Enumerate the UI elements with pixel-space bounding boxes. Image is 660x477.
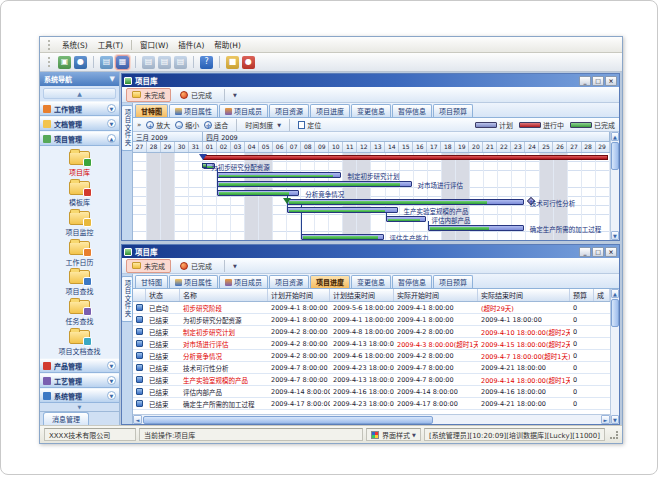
sidebar-item-6[interactable]: 项目文档查找: [40, 328, 119, 358]
gantt-bar[interactable]: [428, 225, 524, 231]
minimize-button[interactable]: _: [579, 76, 591, 86]
tab-1[interactable]: 项目属性: [169, 275, 218, 288]
gantt-bar[interactable]: [287, 199, 524, 205]
fit-button[interactable]: ✛适合: [204, 120, 228, 130]
sidebar-section-bottom-0[interactable]: 产品管理▼: [40, 358, 119, 373]
sidebar-collapse-button[interactable]: ▲: [43, 88, 116, 99]
column-header-3[interactable]: 计划开始时间: [268, 289, 330, 301]
column-header-0[interactable]: [133, 289, 146, 301]
sidebar-section-top-1[interactable]: 文档管理▼: [40, 116, 119, 131]
tab-message-management[interactable]: 消息管理: [43, 412, 89, 425]
close-button[interactable]: ×: [605, 247, 617, 257]
tab-4[interactable]: 项目进度: [310, 104, 350, 117]
zoom-out-button[interactable]: −缩小: [175, 120, 199, 130]
scroll-down-icon[interactable]: ▼: [611, 415, 619, 424]
sidebar-item-3[interactable]: 工作日历: [40, 239, 119, 269]
menu-item-0[interactable]: 系统(S): [57, 38, 93, 51]
tab-6[interactable]: 暂停信息: [392, 104, 432, 117]
menu-item-3[interactable]: 插件(A): [173, 38, 209, 51]
gantt-chart[interactable]: 三月 2009四月 200927282930310102030405060708…: [133, 132, 610, 240]
minimize-button[interactable]: _: [579, 247, 591, 257]
maximize-button[interactable]: □: [592, 76, 604, 86]
window-titlebar[interactable]: 项目库_□×: [122, 74, 619, 87]
report-new-icon[interactable]: ▤: [142, 56, 155, 69]
chevron-icon[interactable]: ▲: [107, 134, 116, 143]
menu-item-4[interactable]: 帮助(H): [209, 38, 246, 51]
tab-5[interactable]: 变更信息: [351, 275, 391, 288]
folder-side-tab[interactable]: 项目文件夹: [121, 276, 133, 322]
chevron-icon[interactable]: ▼: [107, 361, 116, 370]
tab-6[interactable]: 暂停信息: [392, 275, 432, 288]
save-icon[interactable]: ▦: [116, 56, 129, 69]
chevron-icon[interactable]: ▼: [107, 119, 116, 128]
report-delete-icon[interactable]: ▤: [174, 56, 187, 69]
folder-side-tab[interactable]: 项目文件夹: [121, 105, 133, 151]
globe-icon[interactable]: ●: [74, 56, 87, 69]
sidebar-section-top-0[interactable]: 工作管理▼: [40, 101, 119, 116]
column-header-2[interactable]: 名称: [180, 289, 268, 301]
sidebar-item-5[interactable]: 任务查找: [40, 298, 119, 328]
sidebar-item-4[interactable]: 项目查找: [40, 268, 119, 298]
statusbar-style-button[interactable]: 界面样式 ▼: [366, 428, 421, 441]
menu-item-2[interactable]: 窗口(W): [135, 38, 173, 51]
gantt-bar[interactable]: [287, 207, 397, 213]
new-window-icon[interactable]: ▣: [58, 56, 71, 69]
column-header-4[interactable]: 计划结束时间: [330, 289, 394, 301]
table-row[interactable]: 已结束分析竞争情况2009-4-2 8:00:002009-4-6 18:00:…: [133, 350, 610, 362]
gantt-bar[interactable]: [386, 216, 426, 222]
gantt-bar[interactable]: [217, 190, 299, 196]
locate-button[interactable]: 定位: [298, 120, 321, 130]
report-edit-icon[interactable]: ▤: [158, 56, 171, 69]
chevron-icon[interactable]: ▼: [107, 376, 116, 385]
sidebar-more-button[interactable]: ▼: [40, 403, 119, 411]
table-row[interactable]: 已结束制定初步研究计划2009-4-2 8:00:002009-4-8 18:0…: [133, 326, 610, 338]
column-header-5[interactable]: 实际开始时间: [394, 289, 478, 301]
table-row[interactable]: 已结束评估内部产品2009-4-14 8:00:002009-4-16 18:0…: [133, 386, 610, 398]
resize-grip-icon[interactable]: [610, 431, 618, 439]
scroll-thumb[interactable]: [611, 142, 619, 170]
gantt-bar[interactable]: [217, 172, 341, 178]
open-folder-icon[interactable]: ▤: [100, 56, 113, 69]
exit-icon[interactable]: ●: [242, 56, 255, 69]
tab-0[interactable]: 甘特图: [135, 275, 168, 288]
tab-1[interactable]: 项目属性: [169, 104, 218, 117]
scroll-thumb[interactable]: [143, 416, 433, 424]
table-row[interactable]: 已结束确定生产所需的加工过程2009-4-17 8:00:002009-4-23…: [133, 398, 610, 410]
sidebar-item-1[interactable]: 模板库: [40, 179, 119, 209]
time-scale-button[interactable]: 时间刻度▼: [245, 120, 281, 130]
scroll-left-icon[interactable]: ◄: [133, 415, 142, 424]
gantt-bar[interactable]: [217, 181, 411, 187]
tab-5[interactable]: 变更信息: [351, 104, 391, 117]
tab-7[interactable]: 项目预算: [433, 104, 473, 117]
vertical-scrollbar[interactable]: ▲▼: [610, 289, 619, 424]
filter-finished-button[interactable]: 已完成: [174, 259, 218, 273]
close-button[interactable]: ×: [605, 76, 617, 86]
table-row[interactable]: 已结束对市场进行评估2009-4-2 8:00:002009-4-13 18:0…: [133, 338, 610, 350]
filter-unfinished-button[interactable]: 未完成: [126, 259, 171, 273]
maximize-button[interactable]: □: [592, 247, 604, 257]
pin-icon[interactable]: ▼: [110, 75, 115, 83]
sidebar-section-bottom-1[interactable]: 工艺管理▼: [40, 373, 119, 388]
table-row[interactable]: 已启动初步研究阶段2009-4-1 8:00:002009-5-6 18:00:…: [133, 302, 610, 314]
lock-icon[interactable]: ■: [226, 56, 239, 69]
tab-7[interactable]: 项目预算: [433, 275, 473, 288]
menu-item-1[interactable]: 工具(T): [93, 38, 128, 51]
table-row[interactable]: 已结束生产实验室规模的产品2009-4-7 8:00:002009-4-13 1…: [133, 374, 610, 386]
help-icon[interactable]: ?: [200, 56, 213, 69]
sidebar-section-top-2[interactable]: 项目管理▲: [40, 131, 119, 146]
zoom-in-button[interactable]: +放大: [146, 120, 170, 130]
vertical-scrollbar[interactable]: ▲▼: [610, 132, 619, 240]
scroll-track[interactable]: [611, 328, 619, 415]
scroll-down-icon[interactable]: ▼: [611, 231, 619, 240]
tab-2[interactable]: 项目成员: [219, 104, 268, 117]
column-header-7[interactable]: 预算: [570, 289, 594, 301]
sidebar-item-0[interactable]: 项目库: [40, 149, 119, 179]
column-header-8[interactable]: 成: [594, 289, 610, 301]
sidebar-item-2[interactable]: 项目监控: [40, 209, 119, 239]
column-header-1[interactable]: 状态: [146, 289, 180, 301]
dropdown-icon[interactable]: ▼: [233, 263, 237, 269]
table-row[interactable]: 已结束技术可行性分析2009-4-7 8:00:002009-4-23 18:0…: [133, 362, 610, 374]
column-header-6[interactable]: 实际结束时间: [478, 289, 570, 301]
filter-unfinished-button[interactable]: 未完成: [126, 88, 171, 102]
scroll-up-icon[interactable]: ▲: [611, 132, 619, 141]
